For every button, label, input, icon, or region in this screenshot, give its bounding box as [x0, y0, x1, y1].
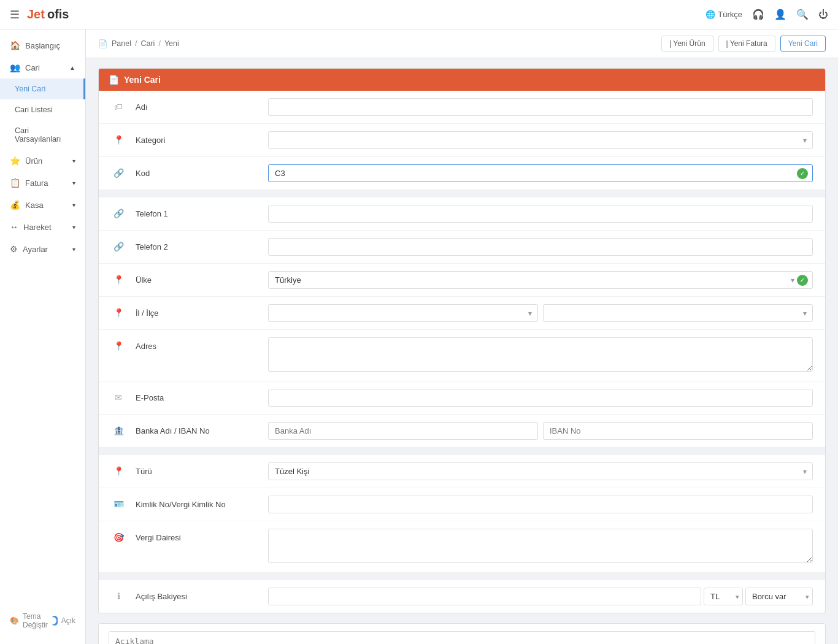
form-card-header: 📄 Yeni Cari — [99, 69, 825, 91]
currency-select[interactable]: TL USD EUR — [704, 588, 743, 605]
bank-row — [268, 422, 813, 440]
sidebar-section-urun[interactable]: ⭐ Ürün ▾ — [0, 150, 85, 172]
nav-right: 🌐 Türkçe 🎧 👤 🔍 ⏻ — [705, 9, 828, 20]
form-card: 📄 Yeni Cari 🏷 Adı 📍 Kategori — [98, 68, 826, 613]
ulke-select[interactable]: Türkiye — [268, 271, 813, 289]
adi-label: Adı — [136, 98, 258, 112]
adi-field — [268, 98, 813, 116]
sidebar-section-fatura[interactable]: 📋 Fatura ▾ — [0, 172, 85, 194]
search-icon[interactable]: 🔍 — [796, 9, 809, 20]
hamburger-icon[interactable]: ☰ — [10, 8, 20, 21]
adres-textarea[interactable] — [268, 337, 813, 372]
banka-adi-input[interactable] — [268, 422, 538, 440]
turu-label: Türü — [136, 462, 258, 476]
kod-field: ✓ — [268, 164, 813, 182]
telefon1-input[interactable] — [268, 205, 813, 223]
language-button[interactable]: 🌐 Türkçe — [705, 10, 742, 19]
headphone-icon[interactable]: 🎧 — [752, 9, 764, 20]
banka-label: Banka Adı / IBAN No — [136, 422, 258, 435]
ulke-select-wrapper: Türkiye — [268, 271, 813, 289]
theme-label: Tema Değiştir — [23, 612, 48, 629]
sidebar-item-cari-listesi[interactable]: Cari Listesi — [0, 99, 85, 120]
sidebar-item-yeni-cari[interactable]: Yeni Cari — [0, 79, 85, 99]
ilce-select[interactable] — [543, 304, 813, 322]
kasa-icon: 💰 — [10, 200, 20, 210]
power-icon[interactable]: ⏻ — [818, 9, 828, 20]
vergi-dairesi-field — [268, 529, 813, 565]
chevron-up-icon: ▲ — [69, 64, 75, 71]
ulke-label: Ülke — [136, 271, 258, 285]
app-body: 📄 Panel / Cari / Yeni | Yeni Ürün | Yeni… — [0, 29, 838, 644]
form-row-kimlik: 🪪 Kimlik No/Vergi Kimlik No — [99, 488, 825, 521]
sidebar-item-cari-varsayilanlari[interactable]: Cari Varsayılanları — [0, 120, 85, 150]
home-icon: 🏠 — [10, 40, 20, 50]
acilis-label: Açılış Bakiyesi — [136, 588, 258, 601]
kimlik-input[interactable] — [268, 496, 813, 513]
breadcrumb-panel[interactable]: Panel — [112, 39, 131, 48]
kod-input[interactable] — [268, 164, 813, 182]
iban-input[interactable] — [543, 422, 813, 440]
breadcrumb-icon: 📄 — [98, 39, 108, 48]
logo-ofis: ofis — [47, 7, 69, 21]
chevron-down-icon5: ▾ — [72, 246, 75, 253]
divider3 — [99, 573, 825, 580]
kategori-select[interactable] — [268, 131, 813, 149]
btn-yeni-cari[interactable]: Yeni Cari — [780, 36, 826, 52]
il-icon: 📍 — [111, 304, 126, 318]
sidebar-cari-label: Cari — [25, 63, 40, 72]
nav-left: ☰ Jetofis — [10, 7, 69, 21]
form-row-acilis: ℹ Açılış Bakiyesi TL USD EUR — [99, 580, 825, 613]
telefon2-field — [268, 238, 813, 256]
breadcrumb-actions: | Yeni Ürün | Yeni Fatura Yeni Cari — [661, 36, 826, 52]
adi-input[interactable] — [268, 98, 813, 116]
sidebar: 🏠 Başlangıç 👥 Cari ▲ Yeni Cari Cari List… — [0, 29, 86, 644]
telefon2-input[interactable] — [268, 238, 813, 256]
ulke-check-badge: ✓ — [797, 275, 808, 286]
eposta-field — [268, 389, 813, 407]
form-container: 📄 Yeni Cari 🏷 Adı 📍 Kategori — [86, 58, 838, 644]
aciklama-textarea[interactable] — [109, 631, 815, 644]
form-row-banka: 🏦 Banka Adı / IBAN No — [99, 415, 825, 448]
breadcrumb-cari[interactable]: Cari — [140, 39, 155, 48]
divider2 — [99, 448, 825, 455]
theme-button[interactable]: 🎨 Tema Değiştir Açık — [10, 612, 75, 629]
btn-yeni-urun[interactable]: | Yeni Ürün — [661, 36, 713, 52]
kod-label: Kod — [136, 164, 258, 178]
turu-select[interactable]: Tüzel Kişi Gerçek Kişi — [268, 462, 813, 480]
sidebar-section-cari[interactable]: 👥 Cari ▲ — [0, 56, 85, 79]
urun-icon: ⭐ — [10, 156, 20, 166]
user-icon[interactable]: 👤 — [774, 9, 786, 20]
il-ilce-wrapper — [268, 304, 813, 322]
top-navbar: ☰ Jetofis 🌐 Türkçe 🎧 👤 🔍 ⏻ — [0, 0, 838, 29]
ayarlar-icon: ⚙ — [10, 244, 18, 254]
il-ilce-label: İl / İlçe — [136, 304, 258, 318]
sidebar-section-ayarlar[interactable]: ⚙ Ayarlar ▾ — [0, 238, 85, 260]
adres-field — [268, 337, 813, 374]
toggle-switch[interactable] — [52, 616, 58, 626]
language-label: Türkçe — [718, 10, 742, 19]
vergi-dairesi-textarea[interactable] — [268, 529, 813, 563]
sidebar-cari-varsayilanlari-label: Cari Varsayılanları — [15, 126, 75, 144]
telefon1-field — [268, 205, 813, 223]
ulke-icon: 📍 — [111, 271, 126, 285]
theme-icon: 🎨 — [10, 616, 19, 625]
divider1 — [99, 190, 825, 197]
acilis-amount-input[interactable] — [268, 588, 701, 605]
form-header-title: Yeni Cari — [124, 75, 161, 85]
debt-select[interactable]: Borcu var Alacağı var — [745, 588, 813, 605]
kimlik-label: Kimlik No/Vergi Kimlik No — [136, 496, 258, 509]
form-row-eposta: ✉ E-Posta — [99, 381, 825, 415]
sidebar-cari-listesi-label: Cari Listesi — [15, 105, 53, 114]
aciklama-container — [99, 624, 825, 644]
eposta-input[interactable] — [268, 389, 813, 407]
sidebar-section-kasa[interactable]: 💰 Kasa ▾ — [0, 194, 85, 216]
toggle-label: Açık — [61, 616, 75, 625]
sidebar-section-hareket[interactable]: ↔ Hareket ▾ — [0, 216, 85, 238]
form-row-kod: 🔗 Kod ✓ — [99, 157, 825, 190]
sidebar-item-baslangic[interactable]: 🏠 Başlangıç — [0, 34, 85, 56]
form-row-turu: 📍 Türü Tüzel Kişi Gerçek Kişi — [99, 455, 825, 488]
form-row-adi: 🏷 Adı — [99, 91, 825, 124]
il-select[interactable] — [268, 304, 538, 322]
form-row-kategori: 📍 Kategori — [99, 124, 825, 157]
btn-yeni-fatura[interactable]: | Yeni Fatura — [718, 36, 775, 52]
